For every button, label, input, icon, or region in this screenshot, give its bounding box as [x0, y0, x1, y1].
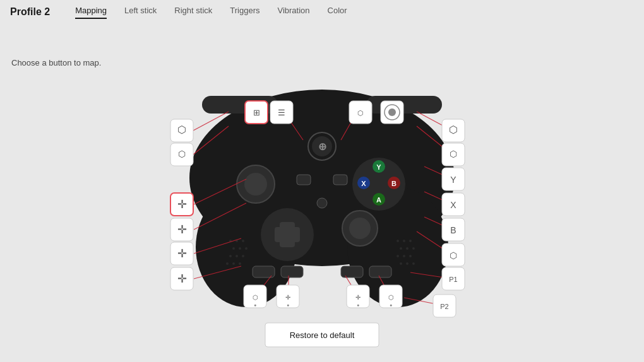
right-stick-button[interactable]: ⬡: [442, 243, 465, 266]
svg-text:✛: ✛: [285, 294, 290, 301]
svg-point-47: [406, 247, 408, 250]
tab-right-stick[interactable]: Right stick: [174, 6, 212, 19]
left-stick-down-button[interactable]: ✛: [170, 218, 193, 241]
svg-text:⬡: ⬡: [450, 149, 457, 159]
restore-default-button[interactable]: Restore to default: [265, 323, 379, 347]
svg-point-50: [403, 255, 405, 257]
main-area: Choose a button to map. ⊕: [0, 20, 644, 362]
svg-text:✛: ✛: [177, 198, 187, 211]
svg-point-26: [317, 198, 327, 208]
dpad-up-button[interactable]: ✛: [170, 242, 193, 265]
nav-tabs: MappingLeft stickRight stickTriggersVibr…: [75, 6, 347, 19]
svg-point-41: [232, 262, 235, 265]
svg-text:B: B: [391, 180, 397, 187]
svg-text:✛: ✛: [177, 223, 187, 236]
svg-text:⊞: ⊞: [253, 108, 260, 117]
x-button[interactable]: X: [442, 193, 465, 216]
svg-text:☰: ☰: [278, 108, 285, 117]
tab-color[interactable]: Color: [328, 6, 347, 19]
svg-text:Restore to default: Restore to default: [290, 330, 355, 340]
svg-text:●: ●: [390, 303, 392, 307]
bottom-paddle-2[interactable]: ✛ ●: [277, 285, 299, 308]
svg-text:●: ●: [357, 303, 359, 307]
svg-rect-28: [281, 266, 303, 277]
svg-point-51: [409, 255, 412, 257]
svg-text:⬡: ⬡: [177, 124, 186, 135]
svg-point-53: [406, 262, 408, 265]
svg-point-34: [232, 247, 235, 250]
paddle-r2-button[interactable]: P2: [433, 295, 456, 317]
svg-point-35: [239, 247, 241, 250]
svg-rect-24: [297, 175, 311, 185]
svg-text:⬡: ⬡: [253, 294, 258, 301]
svg-point-37: [229, 255, 232, 257]
svg-point-46: [400, 247, 402, 250]
svg-rect-30: [369, 266, 391, 277]
svg-text:⬡: ⬡: [178, 149, 186, 159]
svg-rect-4: [366, 96, 442, 114]
left-stick-up-button[interactable]: ✛: [170, 193, 193, 216]
svg-point-42: [239, 262, 241, 265]
profile-title: Profile 2: [10, 6, 50, 18]
svg-text:✛: ✛: [177, 272, 187, 285]
svg-point-52: [400, 262, 402, 265]
tab-left-stick[interactable]: Left stick: [124, 6, 157, 19]
bottom-paddle-3[interactable]: ✛ ●: [347, 285, 369, 308]
rt-button[interactable]: ⬡: [442, 143, 465, 166]
tab-triggers[interactable]: Triggers: [230, 6, 259, 19]
tab-vibration[interactable]: Vibration: [277, 6, 309, 19]
svg-text:A: A: [376, 196, 381, 204]
svg-point-48: [412, 247, 415, 250]
svg-text:Y: Y: [376, 163, 381, 171]
svg-point-45: [409, 240, 412, 242]
view-button[interactable]: ⊞: [245, 101, 268, 124]
svg-text:P2: P2: [440, 303, 448, 310]
svg-point-95: [388, 108, 396, 116]
svg-text:Y: Y: [450, 175, 456, 185]
menu-button[interactable]: ☰: [270, 101, 293, 124]
svg-point-43: [397, 240, 399, 242]
svg-text:P1: P1: [449, 276, 457, 283]
svg-rect-14: [275, 227, 300, 242]
bottom-paddle-1[interactable]: ⬡ ●: [244, 285, 266, 308]
bottom-paddle-4[interactable]: ⬡ ●: [379, 285, 402, 308]
xbox-button[interactable]: [381, 101, 403, 124]
svg-point-49: [397, 255, 399, 257]
lb-button[interactable]: ⬡: [170, 119, 193, 142]
svg-rect-25: [333, 175, 347, 185]
svg-rect-29: [341, 266, 363, 277]
svg-text:⊕: ⊕: [318, 141, 326, 152]
svg-text:X: X: [361, 180, 366, 187]
svg-text:●: ●: [287, 303, 289, 307]
tab-mapping[interactable]: Mapping: [75, 6, 107, 19]
svg-point-39: [242, 255, 244, 257]
svg-point-36: [245, 247, 247, 250]
dpad-down-button[interactable]: ✛: [170, 267, 193, 290]
svg-text:✛: ✛: [177, 247, 187, 260]
svg-point-9: [244, 173, 267, 196]
lt-button[interactable]: ⬡: [170, 143, 193, 166]
svg-text:B: B: [450, 225, 456, 235]
svg-point-44: [403, 240, 405, 242]
share-button[interactable]: ⬡: [349, 101, 372, 124]
y-button[interactable]: Y: [442, 168, 465, 190]
svg-text:⬡: ⬡: [450, 250, 457, 260]
svg-text:●: ●: [254, 303, 256, 307]
svg-text:✛: ✛: [355, 294, 361, 301]
svg-point-54: [412, 262, 415, 265]
paddle-r1-button[interactable]: P1: [442, 267, 465, 290]
svg-point-40: [226, 262, 229, 265]
svg-point-33: [242, 240, 244, 242]
b-button[interactable]: B: [442, 218, 465, 241]
svg-text:⬡: ⬡: [357, 109, 364, 117]
svg-text:⬡: ⬡: [388, 294, 394, 301]
header: Profile 2 MappingLeft stickRight stickTr…: [0, 0, 644, 20]
svg-point-38: [236, 255, 238, 257]
svg-text:⬡: ⬡: [449, 124, 458, 135]
svg-point-11: [349, 218, 371, 239]
rb-button[interactable]: ⬡: [442, 119, 465, 142]
controller-layout: ⊕ Y X B A: [0, 39, 644, 361]
svg-text:X: X: [450, 200, 456, 210]
